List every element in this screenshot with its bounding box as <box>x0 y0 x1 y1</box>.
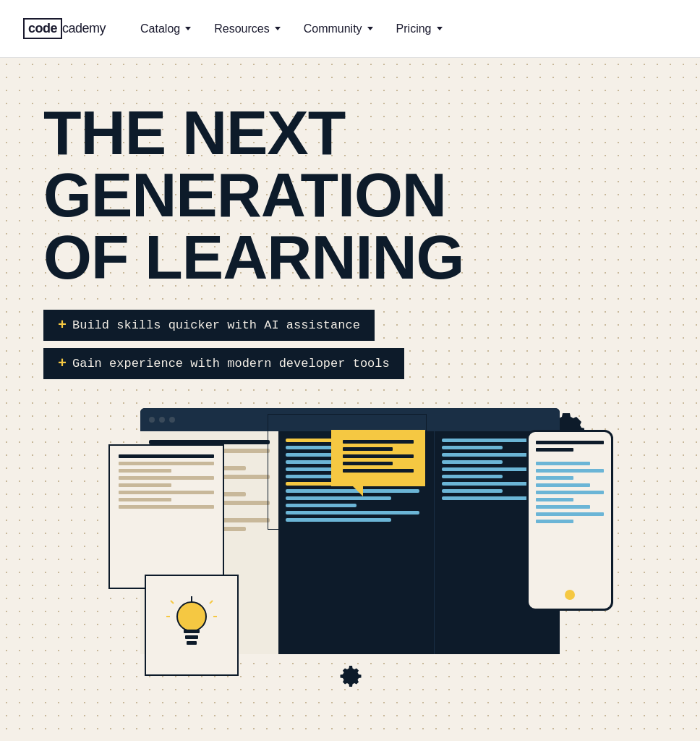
svg-rect-2 <box>184 630 200 633</box>
logo-code: code <box>23 18 62 39</box>
chevron-down-icon <box>367 27 373 30</box>
chevron-down-icon <box>437 27 443 30</box>
chevron-down-icon <box>275 27 281 30</box>
feature-list: + Build skills quicker with AI assistanc… <box>43 310 657 379</box>
nav-menu: Catalog Resources Community Pricing <box>132 17 451 41</box>
svg-line-8 <box>210 601 213 604</box>
logo-cademy: cademy <box>62 21 106 36</box>
nav-resources[interactable]: Resources <box>205 17 289 41</box>
document-card <box>108 444 224 589</box>
browser-dot <box>159 417 165 423</box>
svg-point-0 <box>177 602 206 631</box>
hero-section: THE NEXT GENERATION OF LEARNING + Build … <box>0 58 700 741</box>
phone-dot-icon <box>565 590 575 600</box>
logo[interactable]: code cademy <box>23 18 106 39</box>
phone-device <box>526 430 613 611</box>
svg-rect-4 <box>187 641 197 645</box>
lightbulb-icon <box>166 596 217 654</box>
hero-title: THE NEXT GENERATION OF LEARNING <box>43 101 535 288</box>
nav-catalog[interactable]: Catalog <box>132 17 200 41</box>
svg-line-7 <box>171 601 174 604</box>
nav-pricing[interactable]: Pricing <box>388 17 451 41</box>
chat-bubble <box>331 430 425 486</box>
browser-dot <box>149 417 155 423</box>
illustration <box>43 408 657 712</box>
lightbulb-card <box>145 575 239 676</box>
gear-icon-bottom <box>338 664 364 690</box>
chevron-down-icon <box>185 27 191 30</box>
plus-icon: + <box>58 317 67 334</box>
feature-item-1: + Build skills quicker with AI assistanc… <box>43 310 375 341</box>
svg-rect-3 <box>185 635 198 639</box>
nav-community[interactable]: Community <box>295 17 382 41</box>
browser-dot <box>169 417 175 423</box>
plus-icon: + <box>58 355 67 372</box>
feature-item-2: + Gain experience with modern developer … <box>43 348 404 379</box>
navbar: code cademy Catalog Resources Community … <box>0 0 700 58</box>
